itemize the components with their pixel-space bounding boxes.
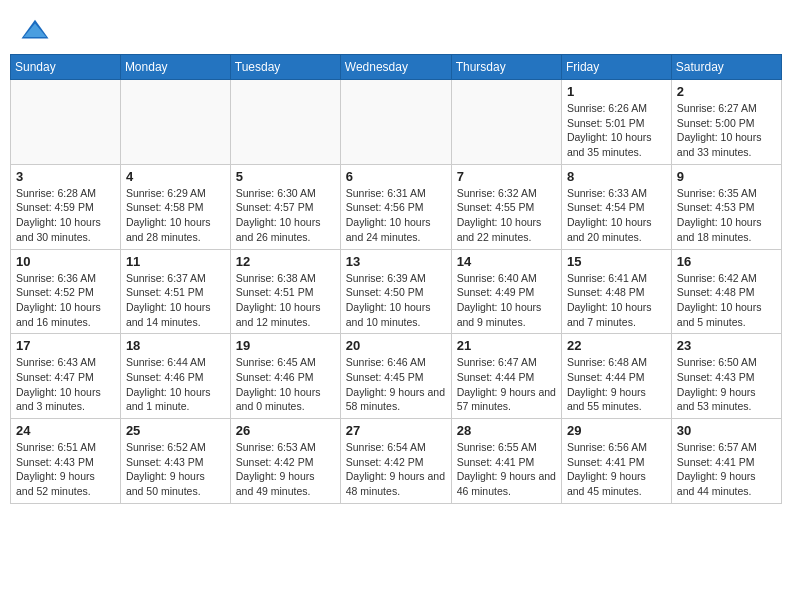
calendar-cell: 25Sunrise: 6:52 AM Sunset: 4:43 PM Dayli… xyxy=(120,419,230,504)
day-number: 22 xyxy=(567,338,666,353)
day-number: 17 xyxy=(16,338,115,353)
calendar-cell: 7Sunrise: 6:32 AM Sunset: 4:55 PM Daylig… xyxy=(451,164,561,249)
weekday-header-monday: Monday xyxy=(120,55,230,80)
day-info: Sunrise: 6:45 AM Sunset: 4:46 PM Dayligh… xyxy=(236,355,335,414)
calendar-week-5: 24Sunrise: 6:51 AM Sunset: 4:43 PM Dayli… xyxy=(11,419,782,504)
calendar-cell xyxy=(120,80,230,165)
day-number: 24 xyxy=(16,423,115,438)
day-info: Sunrise: 6:51 AM Sunset: 4:43 PM Dayligh… xyxy=(16,440,115,499)
weekday-header-sunday: Sunday xyxy=(11,55,121,80)
logo xyxy=(20,16,52,46)
weekday-header-thursday: Thursday xyxy=(451,55,561,80)
calendar-cell: 1Sunrise: 6:26 AM Sunset: 5:01 PM Daylig… xyxy=(561,80,671,165)
calendar-cell xyxy=(340,80,451,165)
page-header xyxy=(10,10,782,46)
weekday-header-tuesday: Tuesday xyxy=(230,55,340,80)
day-number: 28 xyxy=(457,423,556,438)
calendar-cell: 23Sunrise: 6:50 AM Sunset: 4:43 PM Dayli… xyxy=(671,334,781,419)
calendar-week-1: 1Sunrise: 6:26 AM Sunset: 5:01 PM Daylig… xyxy=(11,80,782,165)
day-info: Sunrise: 6:42 AM Sunset: 4:48 PM Dayligh… xyxy=(677,271,776,330)
calendar-cell: 20Sunrise: 6:46 AM Sunset: 4:45 PM Dayli… xyxy=(340,334,451,419)
calendar-cell: 2Sunrise: 6:27 AM Sunset: 5:00 PM Daylig… xyxy=(671,80,781,165)
day-number: 8 xyxy=(567,169,666,184)
day-number: 25 xyxy=(126,423,225,438)
day-info: Sunrise: 6:28 AM Sunset: 4:59 PM Dayligh… xyxy=(16,186,115,245)
day-number: 26 xyxy=(236,423,335,438)
day-info: Sunrise: 6:40 AM Sunset: 4:49 PM Dayligh… xyxy=(457,271,556,330)
calendar-cell: 30Sunrise: 6:57 AM Sunset: 4:41 PM Dayli… xyxy=(671,419,781,504)
calendar-cell: 27Sunrise: 6:54 AM Sunset: 4:42 PM Dayli… xyxy=(340,419,451,504)
calendar-week-4: 17Sunrise: 6:43 AM Sunset: 4:47 PM Dayli… xyxy=(11,334,782,419)
day-number: 10 xyxy=(16,254,115,269)
day-number: 4 xyxy=(126,169,225,184)
day-info: Sunrise: 6:50 AM Sunset: 4:43 PM Dayligh… xyxy=(677,355,776,414)
calendar-cell: 16Sunrise: 6:42 AM Sunset: 4:48 PM Dayli… xyxy=(671,249,781,334)
weekday-header-wednesday: Wednesday xyxy=(340,55,451,80)
day-number: 30 xyxy=(677,423,776,438)
day-number: 9 xyxy=(677,169,776,184)
day-number: 7 xyxy=(457,169,556,184)
day-info: Sunrise: 6:35 AM Sunset: 4:53 PM Dayligh… xyxy=(677,186,776,245)
day-number: 23 xyxy=(677,338,776,353)
day-number: 19 xyxy=(236,338,335,353)
svg-marker-1 xyxy=(24,24,47,38)
day-info: Sunrise: 6:56 AM Sunset: 4:41 PM Dayligh… xyxy=(567,440,666,499)
day-info: Sunrise: 6:48 AM Sunset: 4:44 PM Dayligh… xyxy=(567,355,666,414)
calendar-cell: 14Sunrise: 6:40 AM Sunset: 4:49 PM Dayli… xyxy=(451,249,561,334)
day-number: 16 xyxy=(677,254,776,269)
weekday-header-row: SundayMondayTuesdayWednesdayThursdayFrid… xyxy=(11,55,782,80)
calendar-cell: 5Sunrise: 6:30 AM Sunset: 4:57 PM Daylig… xyxy=(230,164,340,249)
calendar-week-3: 10Sunrise: 6:36 AM Sunset: 4:52 PM Dayli… xyxy=(11,249,782,334)
day-info: Sunrise: 6:30 AM Sunset: 4:57 PM Dayligh… xyxy=(236,186,335,245)
calendar-cell: 24Sunrise: 6:51 AM Sunset: 4:43 PM Dayli… xyxy=(11,419,121,504)
calendar-cell: 13Sunrise: 6:39 AM Sunset: 4:50 PM Dayli… xyxy=(340,249,451,334)
calendar-cell xyxy=(451,80,561,165)
day-info: Sunrise: 6:33 AM Sunset: 4:54 PM Dayligh… xyxy=(567,186,666,245)
calendar-cell: 18Sunrise: 6:44 AM Sunset: 4:46 PM Dayli… xyxy=(120,334,230,419)
calendar-cell: 4Sunrise: 6:29 AM Sunset: 4:58 PM Daylig… xyxy=(120,164,230,249)
day-info: Sunrise: 6:38 AM Sunset: 4:51 PM Dayligh… xyxy=(236,271,335,330)
day-number: 12 xyxy=(236,254,335,269)
day-number: 15 xyxy=(567,254,666,269)
day-number: 2 xyxy=(677,84,776,99)
day-number: 3 xyxy=(16,169,115,184)
day-info: Sunrise: 6:47 AM Sunset: 4:44 PM Dayligh… xyxy=(457,355,556,414)
calendar-cell: 19Sunrise: 6:45 AM Sunset: 4:46 PM Dayli… xyxy=(230,334,340,419)
day-number: 1 xyxy=(567,84,666,99)
day-number: 6 xyxy=(346,169,446,184)
day-info: Sunrise: 6:41 AM Sunset: 4:48 PM Dayligh… xyxy=(567,271,666,330)
day-number: 27 xyxy=(346,423,446,438)
day-info: Sunrise: 6:54 AM Sunset: 4:42 PM Dayligh… xyxy=(346,440,446,499)
day-info: Sunrise: 6:32 AM Sunset: 4:55 PM Dayligh… xyxy=(457,186,556,245)
calendar-cell: 9Sunrise: 6:35 AM Sunset: 4:53 PM Daylig… xyxy=(671,164,781,249)
day-number: 13 xyxy=(346,254,446,269)
day-info: Sunrise: 6:31 AM Sunset: 4:56 PM Dayligh… xyxy=(346,186,446,245)
day-number: 29 xyxy=(567,423,666,438)
day-info: Sunrise: 6:26 AM Sunset: 5:01 PM Dayligh… xyxy=(567,101,666,160)
day-info: Sunrise: 6:29 AM Sunset: 4:58 PM Dayligh… xyxy=(126,186,225,245)
calendar-cell: 3Sunrise: 6:28 AM Sunset: 4:59 PM Daylig… xyxy=(11,164,121,249)
calendar-cell: 10Sunrise: 6:36 AM Sunset: 4:52 PM Dayli… xyxy=(11,249,121,334)
calendar-cell: 22Sunrise: 6:48 AM Sunset: 4:44 PM Dayli… xyxy=(561,334,671,419)
day-info: Sunrise: 6:39 AM Sunset: 4:50 PM Dayligh… xyxy=(346,271,446,330)
calendar-cell: 21Sunrise: 6:47 AM Sunset: 4:44 PM Dayli… xyxy=(451,334,561,419)
calendar-cell xyxy=(230,80,340,165)
weekday-header-saturday: Saturday xyxy=(671,55,781,80)
calendar-cell: 29Sunrise: 6:56 AM Sunset: 4:41 PM Dayli… xyxy=(561,419,671,504)
calendar-cell: 28Sunrise: 6:55 AM Sunset: 4:41 PM Dayli… xyxy=(451,419,561,504)
day-info: Sunrise: 6:52 AM Sunset: 4:43 PM Dayligh… xyxy=(126,440,225,499)
calendar-week-2: 3Sunrise: 6:28 AM Sunset: 4:59 PM Daylig… xyxy=(11,164,782,249)
day-number: 5 xyxy=(236,169,335,184)
calendar-cell: 17Sunrise: 6:43 AM Sunset: 4:47 PM Dayli… xyxy=(11,334,121,419)
day-number: 18 xyxy=(126,338,225,353)
day-info: Sunrise: 6:36 AM Sunset: 4:52 PM Dayligh… xyxy=(16,271,115,330)
day-info: Sunrise: 6:46 AM Sunset: 4:45 PM Dayligh… xyxy=(346,355,446,414)
day-info: Sunrise: 6:55 AM Sunset: 4:41 PM Dayligh… xyxy=(457,440,556,499)
calendar-cell: 12Sunrise: 6:38 AM Sunset: 4:51 PM Dayli… xyxy=(230,249,340,334)
calendar-cell xyxy=(11,80,121,165)
calendar-cell: 11Sunrise: 6:37 AM Sunset: 4:51 PM Dayli… xyxy=(120,249,230,334)
day-number: 21 xyxy=(457,338,556,353)
calendar-cell: 8Sunrise: 6:33 AM Sunset: 4:54 PM Daylig… xyxy=(561,164,671,249)
calendar-cell: 15Sunrise: 6:41 AM Sunset: 4:48 PM Dayli… xyxy=(561,249,671,334)
day-number: 20 xyxy=(346,338,446,353)
